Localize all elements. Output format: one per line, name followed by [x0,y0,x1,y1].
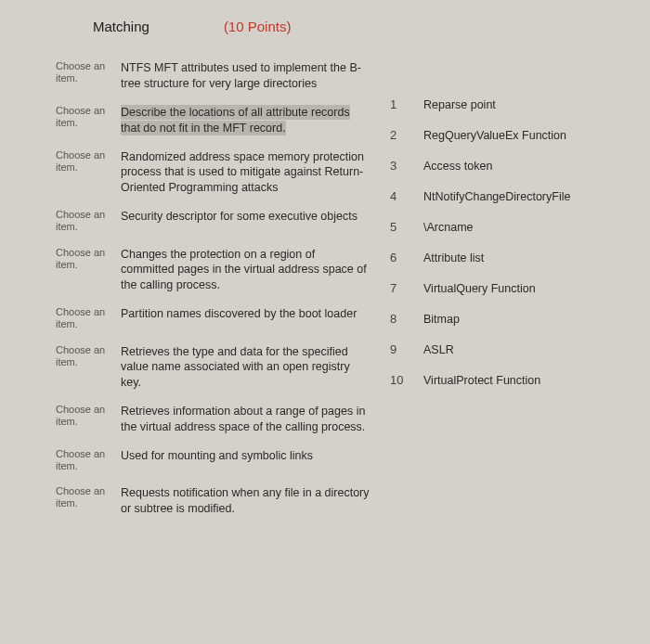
answer-text: Reparse point [423,98,496,111]
prompt-row: Choose an item. Retrieves the type and d… [56,344,371,392]
answer-row: 5 \Arcname [390,220,613,234]
choose-dropdown[interactable]: Choose an item. [56,149,110,174]
prompt-row: Choose an item. Used for mounting and sy… [56,448,371,472]
answer-number: 2 [390,128,407,142]
answer-text: VirtualProtect Function [423,374,540,387]
answer-text: VirtualQuery Function [423,282,536,295]
answer-row: 6 Attribute list [390,251,613,264]
choose-dropdown[interactable]: Choose an item. [56,60,110,84]
question-title: Matching [93,19,150,34]
prompt-text: Describe the locations of all attribute … [121,105,350,135]
choose-dropdown[interactable]: Choose an item. [56,485,110,509]
prompt-row: Choose an item. Retrieves information ab… [56,404,371,435]
answer-text: Access token [423,160,492,173]
question-header: Matching (10 Points) [93,19,613,34]
answer-number: 10 [390,373,407,387]
answer-number: 6 [390,251,407,264]
answer-row: 4 NtNotifyChangeDirectoryFile [390,189,613,203]
answer-number: 5 [390,220,407,234]
answer-text: \Arcname [423,221,474,234]
answer-text: Bitmap [423,313,460,326]
choose-dropdown[interactable]: Choose an item. [56,404,110,428]
prompt-row: Choose an item. Randomized address space… [56,149,371,197]
prompt-row: Choose an item. Changes the protection o… [56,247,371,294]
prompt-text: Randomized address space memory protecti… [121,149,371,197]
prompt-row: Choose an item. Requests notification wh… [56,485,371,517]
prompt-text: Used for mounting and symbolic links [121,448,371,464]
prompt-row: Choose an item. NTFS MFT attributes used… [56,60,371,92]
prompt-text: Changes the protection on a region of co… [121,247,371,294]
answer-row: 8 Bitmap [390,312,613,326]
matching-content: Choose an item. NTFS MFT attributes used… [56,60,613,530]
answer-text: ASLR [423,343,454,356]
prompt-row: Choose an item. Security descriptor for … [56,209,371,233]
choose-dropdown[interactable]: Choose an item. [56,306,110,330]
answer-row: 7 VirtualQuery Function [390,281,613,295]
choose-dropdown[interactable]: Choose an item. [56,448,110,472]
prompt-text: Retrieves the type and data for the spec… [121,344,371,392]
answers-column: 1 Reparse point 2 RegQueryValueEx Functi… [390,60,613,530]
prompt-text: NTFS MFT attributes used to implement th… [121,60,371,92]
answer-number: 8 [390,312,407,326]
prompt-row: Choose an item. Describe the locations o… [56,105,371,136]
answer-row: 2 RegQueryValueEx Function [390,128,613,142]
prompt-text: Partition names discovered by the boot l… [121,306,371,322]
answer-number: 1 [390,97,407,111]
prompt-row: Choose an item. Partition names discover… [56,306,371,330]
prompt-text: Requests notification when any file in a… [121,485,371,517]
question-points: (10 Points) [224,19,292,34]
answer-number: 7 [390,281,407,295]
choose-dropdown[interactable]: Choose an item. [56,344,110,368]
answer-row: 10 VirtualProtect Function [390,373,613,387]
prompt-text: Retrieves information about a range of p… [121,404,371,435]
choose-dropdown[interactable]: Choose an item. [56,105,110,129]
answer-text: RegQueryValueEx Function [423,129,566,142]
answer-text: Attribute list [423,251,484,264]
prompts-column: Choose an item. NTFS MFT attributes used… [56,60,371,530]
answer-number: 9 [390,342,407,356]
answer-text: NtNotifyChangeDirectoryFile [423,190,570,203]
answer-number: 4 [390,189,407,203]
choose-dropdown[interactable]: Choose an item. [56,209,110,233]
prompt-text: Security descriptor for some executive o… [121,209,371,225]
answer-row: 3 Access token [390,159,613,173]
answer-row: 9 ASLR [390,342,613,356]
choose-dropdown[interactable]: Choose an item. [56,247,110,271]
answer-number: 3 [390,159,407,173]
answer-row: 1 Reparse point [390,97,613,111]
